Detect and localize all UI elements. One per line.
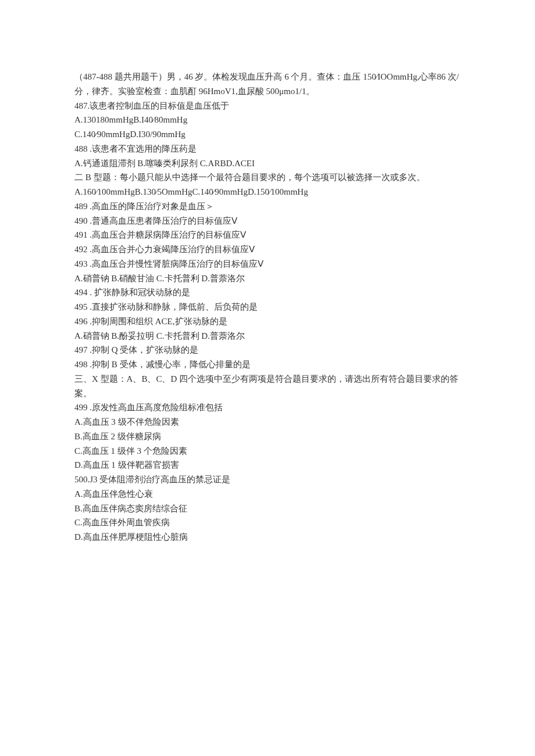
- option-500-d: D.高血压伴肥厚梗阻性心脏病: [74, 530, 461, 544]
- question-495: 495 .直接扩张动脉和静脉，降低前、后负荷的是: [74, 300, 461, 314]
- question-498: 498 .抑制 B 受体，减慢心率，降低心排量的是: [74, 357, 461, 372]
- options-488: A.钙通道阻滞剂 B.噻嗪类利尿剂 C.ARBD.ACEI: [74, 156, 461, 171]
- shared-options-489-493: A.160∕100mmHgB.130∕5OmmHgC.140∕90mmHgD.1…: [74, 185, 461, 199]
- question-488: 488 .该患者不宜选用的降压药是: [74, 142, 461, 156]
- section-b-heading: 二 B 型题：每小题只能从中选择一个最符合题目要求的，每个选项可以被选择一次或多…: [74, 170, 461, 185]
- question-496: 496 .抑制周围和组织 ACE,扩张动脉的是: [74, 314, 461, 329]
- question-497: 497 .抑制 Q 受体，扩张动脉的是: [74, 343, 461, 357]
- options-487-ab: A.130180mmHgB.I40∕80mmHg: [74, 113, 461, 127]
- option-499-b: B.高血压 2 级伴糖尿病: [74, 429, 461, 444]
- option-500-b: B.高血压伴病态窦房结综合征: [74, 501, 461, 516]
- document-body: （487-488 题共用题干）男，46 岁。体检发现血压升高 6 个月。查体：血…: [74, 70, 461, 544]
- option-499-c: C.高血压 1 级伴 3 个危险因素: [74, 444, 461, 458]
- question-491: 491 .高血压合并糖尿病降压治疗的目标值应Ⅴ: [74, 228, 461, 242]
- question-492: 492 .高血压合并心力衰竭降压治疗的目标值应Ⅴ: [74, 242, 461, 257]
- question-494: 494 . 扩张静脉和冠状动脉的是: [74, 285, 461, 300]
- section-x-heading: 三、X 型题：A、B、C、D 四个选项中至少有两项是符合题目要求的，请选出所有符…: [74, 372, 461, 401]
- question-489: 489 .高血压的降压治疗对象是血压＞: [74, 199, 461, 214]
- options-487-cd: C.140∕90mmHgD.I30/90mmHg: [74, 127, 461, 142]
- question-500: 500.J3 受体阻滞剂治疗高血压的禁忌证是: [74, 472, 461, 487]
- question-493: 493 .高血压合并慢性肾脏病降压治疗的目标值应Ⅴ: [74, 257, 461, 271]
- question-499: 499 .原发性高血压高度危险组标准包括: [74, 400, 461, 415]
- question-487: 487.该患者控制血压的目标值是血压低于: [74, 99, 461, 113]
- option-499-a: A.高血压 3 级不伴危险因素: [74, 415, 461, 429]
- shared-options-494-496: A.硝普钠 B.硝酸甘油 C.卡托普利 D.普萘洛尔: [74, 271, 461, 286]
- option-500-a: A.高血压伴急性心衰: [74, 487, 461, 501]
- option-499-d: D.高血压 1 级伴靶器官损害: [74, 458, 461, 472]
- case-stem: （487-488 题共用题干）男，46 岁。体检发现血压升高 6 个月。查体：血…: [74, 70, 461, 99]
- question-490: 490 .普通高血压患者降压治疗的目标值应Ⅴ: [74, 214, 461, 228]
- shared-options-497-498: A.硝普钠 B.酚妥拉明 C.卡托普利 D.普萘洛尔: [74, 329, 461, 343]
- option-500-c: C.高血压伴外周血管疾病: [74, 515, 461, 530]
